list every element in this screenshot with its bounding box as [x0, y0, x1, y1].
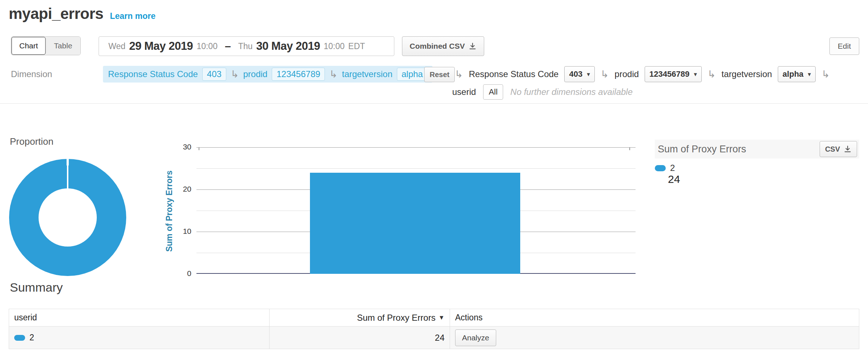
page-title: myapi_errors	[9, 5, 103, 23]
column-header-sum-label: Sum of Proxy Errors	[357, 313, 435, 323]
no-more-dimensions-text: No further dimensions available	[510, 87, 633, 97]
next-dimension-row: userid All No further dimensions availab…	[452, 84, 633, 100]
legend-header: Sum of Proxy Errors CSV	[655, 140, 859, 159]
axis-tick	[199, 147, 199, 150]
chart-view-button[interactable]: Chart	[11, 37, 46, 55]
section-divider	[0, 103, 868, 104]
userid-all-button[interactable]: All	[483, 84, 503, 100]
table-view-button[interactable]: Table	[46, 37, 80, 55]
userid-value: 2	[29, 333, 34, 343]
breadcrumb-value-chip[interactable]: alpha	[397, 68, 428, 81]
legend-title: Sum of Proxy Errors	[658, 144, 746, 155]
learn-more-link[interactable]: Learn more	[110, 11, 155, 21]
edit-button[interactable]: Edit	[829, 37, 859, 55]
selector-name: targetversion	[721, 69, 772, 79]
table-row: 2 24 Analyze	[9, 326, 859, 349]
donut-hole	[39, 188, 97, 247]
userid-cell: 2	[9, 327, 270, 349]
dimension-breadcrumb: Response Status Code 403 ↳ prodid 123456…	[103, 66, 433, 83]
breadcrumb-name: targetversion	[342, 69, 393, 79]
reset-button[interactable]: Reset	[424, 67, 455, 82]
y-axis-title: Sum of Proxy Errors	[164, 139, 174, 284]
legend-label: 2	[670, 163, 675, 173]
header: myapi_errors Learn more	[9, 5, 155, 23]
selector-name: Response Status Code	[469, 69, 559, 79]
summary-heading: Summary	[10, 280, 63, 295]
download-icon	[844, 145, 852, 153]
analytics-dashboard: myapi_errors Learn more Chart Table Wed …	[0, 0, 868, 352]
bar-chart-plot	[196, 147, 636, 274]
axis-tick	[629, 147, 630, 150]
view-toggle: Chart Table	[11, 36, 81, 55]
legend-swatch	[655, 165, 666, 171]
column-header-userid: userid	[9, 309, 270, 326]
end-date: 30 May 2019	[256, 40, 320, 53]
end-time: 10:00	[324, 41, 345, 51]
y-tick-label: 10	[160, 227, 191, 236]
start-day: Wed	[108, 41, 126, 51]
series-swatch	[14, 335, 25, 341]
y-tick-label: 0	[160, 269, 191, 278]
chevron-down-icon: ▾	[694, 71, 697, 78]
chevron-down-icon: ▾	[808, 71, 811, 78]
targetversion-select[interactable]: alpha ▾	[778, 66, 816, 82]
branch-arrow-icon: ↳	[455, 69, 463, 79]
legend-value: 24	[668, 173, 680, 185]
legend-item[interactable]: 2	[655, 163, 675, 173]
prodid-select[interactable]: 123456789 ▾	[645, 66, 702, 82]
selected-value: alpha	[783, 69, 803, 79]
proportion-label: Proportion	[10, 136, 53, 147]
column-header-actions: Actions	[450, 309, 859, 326]
selector-name: prodid	[614, 69, 639, 79]
combined-csv-label: Combined CSV	[410, 42, 465, 51]
y-tick-label: 20	[160, 185, 191, 193]
next-dimension-name: userid	[452, 87, 476, 97]
table-header-row: userid Sum of Proxy Errors ▼ Actions	[9, 309, 859, 326]
column-header-sum[interactable]: Sum of Proxy Errors ▼	[270, 309, 450, 326]
y-tick-label: 30	[160, 143, 191, 151]
summary-table: userid Sum of Proxy Errors ▼ Actions 2 2…	[9, 309, 859, 349]
selected-value: 403	[569, 69, 582, 79]
branch-arrow-icon: ↳	[821, 69, 830, 79]
dimension-label: Dimension	[11, 69, 52, 79]
csv-button[interactable]: CSV	[820, 141, 857, 157]
dimension-selectors: ↳ Response Status Code 403 ▾ ↳ prodid 12…	[455, 66, 830, 83]
download-icon	[469, 42, 477, 50]
selected-value: 123456789	[649, 69, 689, 79]
breadcrumb-value-chip[interactable]: 403	[202, 68, 226, 81]
sort-desc-icon: ▼	[438, 314, 445, 321]
breadcrumb-value-chip[interactable]: 123456789	[272, 68, 325, 81]
branch-arrow-icon: ↳	[231, 69, 239, 79]
gridline	[196, 147, 636, 148]
branch-arrow-icon: ↳	[708, 69, 716, 79]
branch-arrow-icon: ↳	[329, 69, 338, 79]
bar-rect[interactable]	[310, 173, 520, 274]
chevron-down-icon: ▾	[587, 71, 590, 78]
gridline	[196, 168, 636, 169]
csv-label: CSV	[825, 145, 840, 153]
branch-arrow-icon: ↳	[601, 69, 609, 79]
donut-chart[interactable]	[9, 159, 126, 276]
sum-cell: 24	[270, 327, 450, 349]
analyze-button[interactable]: Analyze	[455, 329, 496, 346]
timezone: EDT	[348, 41, 365, 51]
breadcrumb-name: prodid	[243, 69, 268, 79]
combined-csv-button[interactable]: Combined CSV	[402, 36, 484, 56]
start-date: 29 May 2019	[129, 40, 193, 53]
date-range-picker[interactable]: Wed 29 May 2019 10:00 – Thu 30 May 2019 …	[99, 36, 394, 56]
end-day: Thu	[238, 41, 253, 51]
start-time: 10:00	[196, 41, 218, 51]
actions-cell: Analyze	[450, 327, 859, 349]
date-range-separator: –	[225, 40, 231, 52]
response-status-code-select[interactable]: 403 ▾	[564, 66, 594, 82]
breadcrumb-name: Response Status Code	[108, 69, 198, 79]
